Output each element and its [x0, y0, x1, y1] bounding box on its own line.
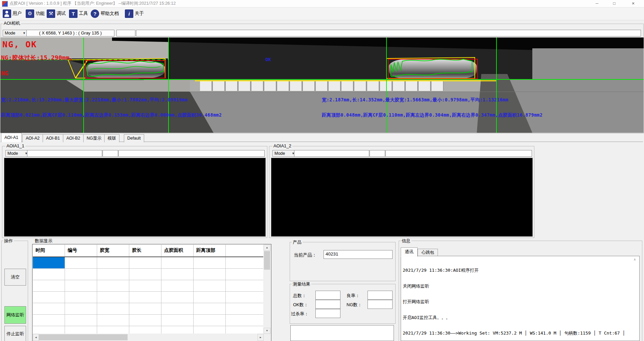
overkill-rate-field[interactable] — [315, 309, 340, 318]
camera-mode-dropdown[interactable]: Mode ▼ — [3, 30, 28, 36]
aoia1-1-field-1[interactable] — [27, 150, 102, 157]
gear-icon: ⚙ — [26, 9, 34, 18]
menu-about[interactable]: i 关于 — [125, 9, 144, 18]
camera-field-2[interactable] — [116, 30, 135, 36]
aoia1-2-field-2[interactable] — [370, 150, 385, 157]
table-row[interactable] — [33, 269, 263, 280]
tab-aoi-b1[interactable]: AOI-B1 — [43, 134, 63, 142]
network-listen-button[interactable]: 网络监听 — [4, 306, 26, 324]
menu-user[interactable]: 用户 — [3, 9, 22, 18]
ng-reason-text: NG:胶体过长:15.290mm, — [1, 54, 73, 62]
aoia1-1-image-canvas[interactable] — [4, 158, 266, 237]
tab-aoi-a2[interactable]: AOI-A2 — [22, 134, 43, 142]
log-line: 2021/7/29 11:36:30——>Working Set: VM:523… — [403, 331, 638, 336]
stop-listen-button[interactable]: 停止监听 — [4, 326, 26, 341]
yield-rate-field[interactable] — [368, 291, 393, 300]
aoia1-2-label: AOIA1_2 — [272, 143, 292, 148]
selected-cell[interactable] — [33, 257, 65, 268]
menu-debug[interactable]: ⚒ 调试 — [47, 9, 66, 18]
app-icon — [2, 1, 8, 7]
menu-user-label: 用户 — [13, 10, 22, 17]
data-table: 时间 编号 胶宽 胶长 点胶面积 距离顶部 — [32, 244, 271, 341]
close-button[interactable]: × — [625, 0, 641, 7]
info-icon: i — [125, 9, 133, 18]
col-header-spacer — [226, 245, 263, 257]
communication-log[interactable]: 2021/7/29 11:36:30:AOI程序打开 关闭网络监听 打开网络监听… — [401, 256, 640, 341]
data-display-label: 数据显示 — [34, 238, 53, 244]
tab-aoi-a1[interactable]: AOI-A1 — [1, 133, 22, 142]
aoia1-2-mode-text: Mode — [274, 151, 285, 156]
tab-default[interactable]: Default — [124, 134, 144, 142]
scroll-down-icon[interactable]: ▼ — [264, 328, 270, 334]
aoia1-2-field-3[interactable] — [385, 150, 532, 157]
minimize-button[interactable]: ─ — [589, 0, 605, 7]
app-window: 点胶AOI [ Version : 1.0.0.9 ] 程序 【当前用户: En… — [0, 0, 644, 341]
ng-count-field[interactable] — [368, 300, 393, 309]
tab-heartbeat[interactable]: 心跳包 — [418, 249, 438, 257]
table-row[interactable] — [33, 280, 263, 292]
table-row[interactable] — [33, 292, 263, 303]
col-header-glue-area[interactable]: 点胶面积 — [161, 245, 194, 257]
table-row[interactable] — [33, 326, 263, 334]
tab-template[interactable]: 模版 — [104, 134, 119, 142]
scrollbar-thumb[interactable] — [264, 251, 270, 270]
ok-count-field[interactable] — [315, 300, 340, 309]
scroll-right-icon[interactable]: ► — [258, 334, 264, 341]
table-row[interactable] — [33, 303, 263, 315]
camera-image-view[interactable]: NG, OK NG:胶体过长:15.290mm, NG OK 宽:2.218mm… — [0, 37, 644, 133]
tab-ng-display[interactable]: NG显示 — [83, 134, 105, 142]
operation-group-label: 操作 — [3, 238, 14, 244]
log-line: 关闭网络监听 — [403, 284, 638, 289]
tools-icon: T — [69, 9, 77, 18]
ng-flag-text: NG — [1, 70, 8, 77]
menu-tools[interactable]: T 工具 — [69, 9, 88, 18]
camera-field-3[interactable] — [136, 30, 641, 36]
window-title: 点胶AOI [ Version : 1.0.0.9 ] 程序 【当前用户: En… — [9, 0, 176, 7]
ng-count-label: NG数： — [347, 302, 362, 308]
result-summary-text: NG, OK — [2, 40, 37, 49]
col-header-glue-width[interactable]: 胶宽 — [97, 245, 129, 257]
table-row[interactable] — [33, 257, 263, 269]
menu-function[interactable]: ⚙ 功能 — [26, 9, 45, 18]
menu-function-label: 功能 — [36, 10, 45, 17]
aoia1-1-field-2[interactable] — [103, 150, 118, 157]
scroll-up-icon[interactable]: ▲ — [264, 245, 270, 251]
current-product-field[interactable]: 40231 — [324, 250, 393, 259]
main-toolbar: 用户 ⚙ 功能 ⚒ 调试 T 工具 ? 帮助文档 i 关于 — [0, 7, 644, 20]
col-header-distance-top[interactable]: 距离顶部 — [194, 245, 226, 257]
aoia1-1-mode-dropdown[interactable]: Mode ▼ — [5, 150, 30, 157]
total-count-label: 总数： — [293, 293, 306, 299]
ok-count-label: OK数： — [293, 302, 308, 308]
right-stats-line1: 宽:2.187mm,长:14.352mm,最大胶宽:1.5663mm,最小:0.… — [322, 97, 508, 103]
aoia1-1-mode-text: Mode — [7, 151, 18, 156]
log-line: 打开网络监听 — [403, 299, 638, 305]
info-group-label: 信息 — [401, 238, 412, 244]
results-group-label: 测量结果 — [292, 281, 311, 287]
right-stats-line2: 距离顶部0.048mm,距离CF层0.110mm,距离左边界0.304mm,距离… — [322, 112, 542, 118]
aoia1-2-mode-dropdown[interactable]: Mode ▼ — [272, 150, 297, 157]
total-count-field[interactable] — [315, 291, 340, 300]
aoia1-2-field-1[interactable] — [294, 150, 369, 157]
maximize-button[interactable]: □ — [606, 0, 622, 7]
table-horizontal-scrollbar[interactable]: ◄ ► — [33, 334, 263, 341]
product-group — [290, 242, 396, 281]
clear-button[interactable]: 清空 — [4, 269, 26, 286]
log-line: 开启AOI监控工具。。。 — [403, 315, 638, 320]
camera-coordinates-field[interactable]: ( X 6568, Y 1463 ) : ( Gray 135 ) — [26, 30, 114, 36]
aoia1-1-field-3[interactable] — [118, 150, 265, 157]
log-scroll-up-icon[interactable]: ∧ — [634, 258, 636, 261]
aoia1-2-image-canvas[interactable] — [271, 158, 533, 237]
table-row[interactable] — [33, 315, 263, 326]
menu-about-label: 关于 — [135, 10, 144, 17]
col-header-id[interactable]: 编号 — [65, 245, 97, 257]
scroll-left-icon[interactable]: ◄ — [33, 334, 39, 341]
table-header-row: 时间 编号 胶宽 胶长 点胶面积 距离顶部 — [33, 245, 263, 257]
table-vertical-scrollbar[interactable]: ▲ ▼ — [264, 245, 270, 334]
tab-communication[interactable]: 通讯 — [401, 247, 418, 257]
col-header-time[interactable]: 时间 — [33, 245, 65, 257]
tab-aoi-b2[interactable]: AOI-B2 — [63, 134, 84, 142]
menu-help[interactable]: ? 帮助文档 — [91, 9, 119, 18]
col-header-glue-length[interactable]: 胶长 — [129, 245, 161, 257]
scrollbar-thumb[interactable] — [39, 334, 128, 340]
chevron-down-icon: ▼ — [23, 31, 26, 35]
